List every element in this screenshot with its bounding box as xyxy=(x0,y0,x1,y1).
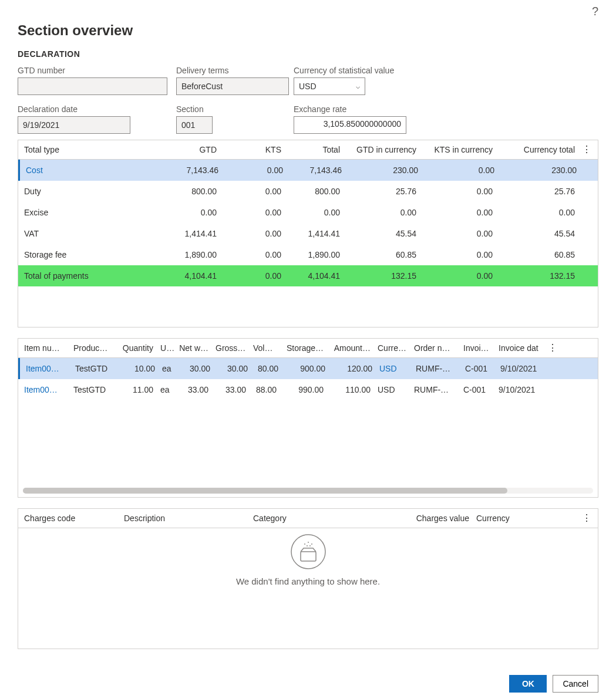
cell: Item00… xyxy=(21,381,70,398)
cell: 0.00 xyxy=(420,246,496,263)
col-charges-currency[interactable]: Currency xyxy=(473,509,578,528)
cell: 30.00 xyxy=(214,360,251,377)
cell xyxy=(546,365,556,372)
empty-message: We didn't find anything to show here. xyxy=(236,576,380,586)
cell: 45.54 xyxy=(344,225,420,242)
totals-grid-menu-icon[interactable] xyxy=(578,140,590,159)
svg-rect-1 xyxy=(301,552,316,561)
svg-point-6 xyxy=(309,545,311,546)
table-row[interactable]: Excise0.000.000.000.000.000.00 xyxy=(18,202,598,223)
totals-grid: Total type GTD KTS Total GTD in currency… xyxy=(18,140,598,327)
help-icon[interactable]: ? xyxy=(592,5,598,18)
charges-grid-menu-icon[interactable] xyxy=(578,509,590,528)
col-item-number[interactable]: Item nu… xyxy=(21,339,70,357)
cell: 1,414.41 xyxy=(144,225,220,242)
cell: 4,104.41 xyxy=(144,268,220,284)
cell: ea xyxy=(157,381,176,398)
delivery-terms-label: Delivery terms xyxy=(176,66,284,75)
currency-stat-label: Currency of statistical value xyxy=(294,66,589,75)
exchange-rate-field[interactable]: 3,105.850000000000 xyxy=(294,116,406,134)
cell: Duty xyxy=(21,183,144,200)
items-scrollbar[interactable] xyxy=(23,488,593,494)
col-charges-code[interactable]: Charges code xyxy=(21,509,120,528)
ok-button[interactable]: OK xyxy=(509,675,547,693)
col-unit[interactable]: U… xyxy=(157,339,176,357)
col-invoice-date[interactable]: Invoice dat xyxy=(495,339,544,357)
cell: Item00… xyxy=(22,360,72,377)
currency-stat-select[interactable]: USD ⌵ xyxy=(294,77,365,95)
gtd-number-label: GTD number xyxy=(18,66,167,75)
cell: Cost xyxy=(22,162,146,178)
page-title: Section overview xyxy=(18,22,598,39)
cell: 1,890.00 xyxy=(285,246,344,263)
cell: 120.00 xyxy=(329,360,376,377)
cell: C-001 xyxy=(462,360,497,377)
col-currency-total[interactable]: Currency total xyxy=(496,140,578,159)
col-gtd-currency[interactable]: GTD in currency xyxy=(344,140,420,159)
table-row[interactable]: Duty800.000.00800.0025.760.0025.76 xyxy=(18,181,598,202)
svg-point-4 xyxy=(311,543,312,545)
cell: Total of payments xyxy=(21,268,144,284)
cell: Excise xyxy=(21,204,144,221)
col-total-type[interactable]: Total type xyxy=(21,140,144,159)
col-description[interactable]: Description xyxy=(120,509,250,528)
items-scrollbar-thumb[interactable] xyxy=(23,488,507,494)
col-quantity[interactable]: Quantity xyxy=(116,339,157,357)
charges-grid: Charges code Description Category Charge… xyxy=(18,508,598,649)
col-volume[interactable]: Volu… xyxy=(250,339,280,357)
col-storage[interactable]: Storage… xyxy=(280,339,327,357)
cell: 0.00 xyxy=(220,246,285,263)
cell: 0.00 xyxy=(420,183,496,200)
col-kts-currency[interactable]: KTS in currency xyxy=(420,140,496,159)
section-field-label: Section xyxy=(176,104,284,114)
cell xyxy=(580,167,592,174)
col-gross-weight[interactable]: Gross … xyxy=(212,339,250,357)
cell: USD xyxy=(376,360,412,377)
cell: ea xyxy=(159,360,177,377)
col-net-weight[interactable]: Net w… xyxy=(176,339,212,357)
cell xyxy=(578,188,590,195)
cell: 7,143.46 xyxy=(287,162,345,178)
declaration-date-field[interactable]: 9/19/2021 xyxy=(18,116,130,134)
cell xyxy=(578,272,590,279)
table-row[interactable]: Item00…TestGTD11.00ea33.0033.0088.00990.… xyxy=(18,379,598,400)
svg-point-5 xyxy=(307,545,308,546)
col-product[interactable]: Produc… xyxy=(70,339,116,357)
table-row[interactable]: Total of payments4,104.410.004,104.41132… xyxy=(18,265,598,286)
section-heading: DECLARATION xyxy=(18,49,598,59)
cell: 0.00 xyxy=(220,268,285,284)
items-grid-menu-icon[interactable] xyxy=(544,339,554,357)
table-row[interactable]: Cost7,143.460.007,143.46230.000.00230.00 xyxy=(18,160,598,181)
cell: 60.85 xyxy=(344,246,420,263)
table-row[interactable]: Storage fee1,890.000.001,890.0060.850.00… xyxy=(18,244,598,265)
table-row[interactable]: Item00…TestGTD10.00ea30.0030.0080.00900.… xyxy=(18,358,598,379)
gtd-number-field[interactable] xyxy=(18,77,167,95)
delivery-terms-field[interactable]: BeforeCust xyxy=(176,77,289,95)
cell: 990.00 xyxy=(280,381,327,398)
cell: 25.76 xyxy=(344,183,420,200)
cancel-button[interactable]: Cancel xyxy=(553,675,598,693)
cell: TestGTD xyxy=(70,381,116,398)
col-charges-value[interactable]: Charges value xyxy=(396,509,473,528)
col-total[interactable]: Total xyxy=(285,140,344,159)
section-field[interactable]: 001 xyxy=(176,116,213,134)
col-currency[interactable]: Curre… xyxy=(374,339,410,357)
cell: 1,890.00 xyxy=(144,246,220,263)
col-order-number[interactable]: Order n… xyxy=(410,339,460,357)
cell: 0.00 xyxy=(422,162,498,178)
col-invoice[interactable]: Invoi… xyxy=(460,339,495,357)
col-kts[interactable]: KTS xyxy=(220,140,285,159)
totals-grid-header: Total type GTD KTS Total GTD in currency… xyxy=(18,140,598,160)
col-amount[interactable]: Amount… xyxy=(327,339,374,357)
charges-empty-state: We didn't find anything to show here. xyxy=(18,528,598,586)
table-row[interactable]: VAT1,414.410.001,414.4145.540.0045.54 xyxy=(18,223,598,244)
cell: RUMF-… xyxy=(412,360,462,377)
col-gtd[interactable]: GTD xyxy=(144,140,220,159)
cell: 0.00 xyxy=(344,204,420,221)
col-category[interactable]: Category xyxy=(250,509,396,528)
cell: 0.00 xyxy=(144,204,220,221)
cell xyxy=(544,386,554,393)
cell: 9/10/2021 xyxy=(495,381,544,398)
cell: 0.00 xyxy=(420,268,496,284)
items-grid-header: Item nu… Produc… Quantity U… Net w… Gros… xyxy=(18,339,598,358)
